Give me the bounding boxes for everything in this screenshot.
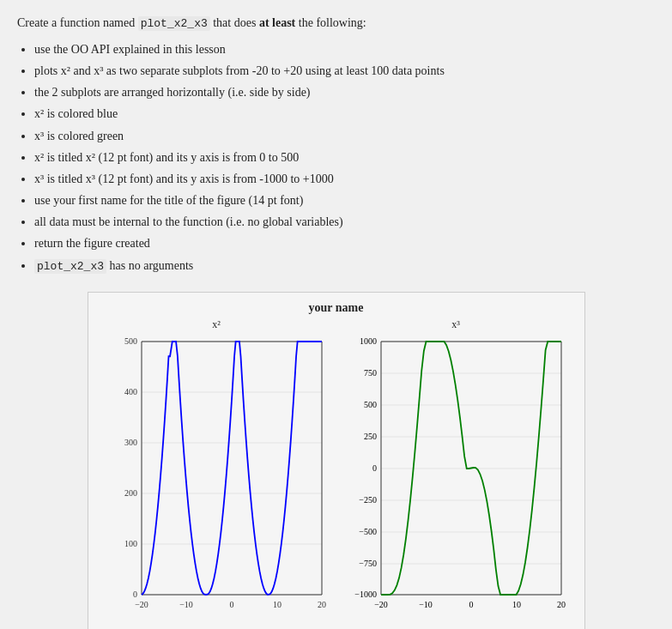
function-name-code: plot_x2_x3 [138,16,210,31]
req-9: all data must be internal to the functio… [34,211,655,233]
subplot-x2-title: x² [212,318,221,331]
req-10: return the figure created [34,233,655,254]
svg-text:−20: −20 [135,600,148,609]
function-name-code-2: plot_x2_x3 [34,259,106,274]
plot-svg-x3: 1000 750 500 250 0 −250 −500 −750 −1000 [342,333,570,625]
svg-text:10: 10 [273,600,282,609]
svg-text:100: 100 [124,539,137,548]
req-3: the 2 subplots are arranged horizontally… [34,82,655,103]
svg-text:20: 20 [318,600,326,609]
subplots-row: x² 0 100 200 300 400 500 [97,318,576,625]
bold-atleast: at least [259,16,295,29]
svg-text:−250: −250 [359,495,377,505]
svg-text:−1000: −1000 [354,590,377,599]
req-4: x² is colored blue [34,103,655,124]
svg-text:750: 750 [364,368,377,378]
subplot-x3-title: x³ [451,318,460,331]
svg-text:−500: −500 [359,527,377,536]
plot-svg-x2: 0 100 200 300 400 500 −20 −10 0 10 20 [103,333,330,625]
req-8: use your first name for the title of the… [34,190,655,211]
svg-text:0: 0 [372,463,377,473]
svg-text:0: 0 [133,590,137,599]
svg-text:400: 400 [124,387,137,396]
svg-text:500: 500 [124,336,137,346]
svg-text:1000: 1000 [360,336,377,346]
req-1: use the OO API explained in this lesson [34,39,655,60]
req-11: plot_x2_x3 has no arguments [34,255,655,276]
req-6: x² is titled x² (12 pt font) and its y a… [34,147,655,168]
intro-text: Create a function named plot_x2_x3 that … [17,14,655,33]
x3-curve [381,342,561,595]
x2-curve [142,342,322,595]
subplot-x2: x² 0 100 200 300 400 500 [97,318,336,625]
svg-text:0: 0 [229,600,233,609]
req-2: plots x² and x³ as two separate subplots… [34,60,655,82]
svg-text:0: 0 [469,600,473,609]
req-7: x³ is titled x³ (12 pt font) and its y a… [34,168,655,190]
svg-text:−750: −750 [359,559,377,568]
svg-text:10: 10 [512,600,521,609]
svg-text:200: 200 [124,488,137,498]
req-5: x³ is colored green [34,125,655,147]
svg-text:250: 250 [364,432,377,441]
chart-container: your name x² 0 100 200 300 400 [88,292,585,629]
svg-text:−10: −10 [419,600,433,609]
subplot-x3: x³ 1000 750 500 250 0 [336,318,576,625]
requirements-list: use the OO API explained in this lesson … [34,39,655,276]
svg-text:−20: −20 [374,600,388,609]
svg-text:300: 300 [124,438,137,447]
intro-section: Create a function named plot_x2_x3 that … [17,14,655,276]
figure-title: your name [309,301,364,315]
svg-text:500: 500 [364,400,377,409]
svg-text:−10: −10 [179,600,193,609]
svg-text:20: 20 [557,600,566,609]
